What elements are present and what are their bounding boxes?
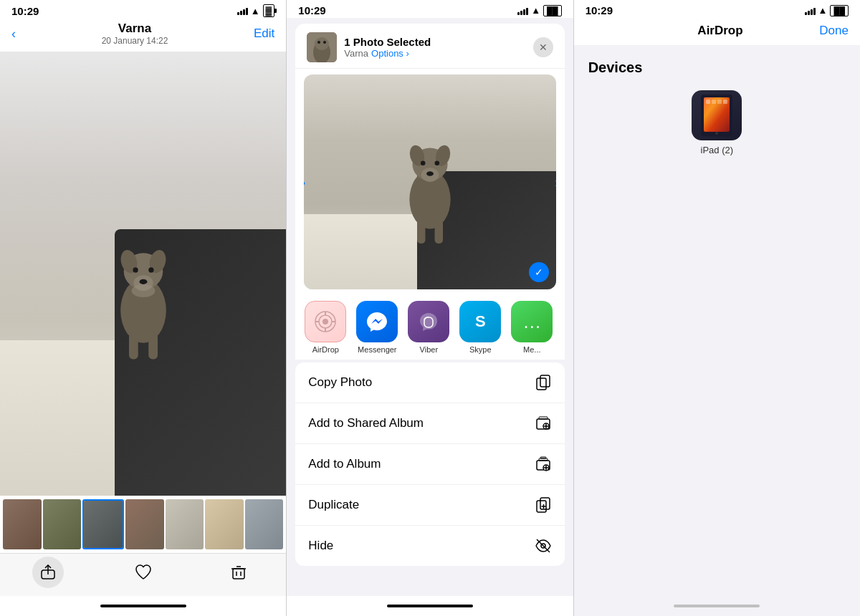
thumb-4[interactable] (125, 499, 164, 549)
svg-rect-13 (233, 569, 244, 579)
more-icon: … (511, 301, 553, 342)
svg-point-20 (315, 37, 329, 50)
airdrop-done-button[interactable]: Done (819, 24, 849, 38)
action-list: Copy Photo Add to Shared Album Add to Al… (295, 362, 564, 566)
signal-icon-2 (517, 6, 528, 15)
add-album-label: Add to Album (308, 457, 381, 471)
app-icons-row: AirDrop Messenger (295, 295, 564, 360)
thumb-3[interactable] (82, 499, 124, 549)
home-indicator-3 (574, 596, 860, 616)
skype-icon: S (459, 301, 501, 342)
svg-rect-9 (148, 333, 158, 359)
copy-photo-label: Copy Photo (308, 375, 372, 390)
share-sheet-card: 1 Photo Selected Varna Options › ✕ (295, 24, 564, 360)
trash-icon (230, 564, 247, 581)
app-airdrop[interactable]: AirDrop (304, 301, 347, 354)
share-icon (40, 564, 56, 580)
svg-point-10 (131, 284, 155, 297)
signal-icon-3 (805, 6, 816, 15)
status-time-1: 10:29 (11, 5, 39, 17)
thumb-7[interactable] (245, 499, 284, 549)
copy-photo-button[interactable]: Copy Photo (295, 362, 564, 403)
status-icons-1: ▲ ▓ (237, 4, 275, 17)
thumbnail-strip (0, 496, 286, 553)
svg-rect-31 (417, 220, 425, 244)
photo-nav-bar: ‹ Varna 20 January 14:22 Edit (0, 19, 286, 52)
duplicate-icon (535, 496, 552, 514)
airdrop-nav: AirDrop Done (574, 18, 860, 45)
battery-icon-2: ██ (543, 5, 562, 16)
airdrop-panel: 10:29 ▲ ██ AirDrop Done Devices (574, 0, 860, 616)
battery-icon-1: ▓ (263, 4, 275, 17)
share-header: 1 Photo Selected Varna Options › ✕ (295, 24, 564, 69)
app-viber[interactable]: Viber (407, 301, 450, 354)
duplicate-button[interactable]: Duplicate (295, 485, 564, 526)
app-more[interactable]: … Me... (510, 301, 553, 354)
ipad-device-icon (692, 90, 742, 140)
airdrop-title: AirDrop (697, 24, 742, 38)
signal-icon-1 (237, 6, 248, 15)
wifi-icon-2: ▲ (531, 5, 540, 16)
status-icons-3: ▲ ██ (805, 5, 849, 16)
svg-point-22 (323, 41, 326, 44)
svg-rect-41 (540, 375, 550, 387)
share-info: 1 Photo Selected Varna Options › (344, 36, 532, 59)
heart-icon (134, 563, 153, 582)
hide-label: Hide (308, 539, 333, 553)
status-time-2: 10:29 (298, 4, 325, 16)
share-button[interactable] (32, 557, 64, 588)
thumb-2[interactable] (43, 499, 82, 549)
photo-date: 20 January 14:22 (102, 36, 168, 46)
messenger-icon (356, 301, 398, 342)
more-label: Me... (523, 345, 540, 354)
thumb-6[interactable] (205, 499, 244, 549)
back-button[interactable]: ‹ (11, 27, 16, 42)
svg-point-35 (322, 319, 328, 324)
share-close-button[interactable]: ✕ (533, 37, 553, 57)
airdrop-label: AirDrop (312, 345, 339, 354)
svg-rect-65 (712, 100, 716, 104)
status-icons-2: ▲ ██ (517, 5, 561, 16)
svg-rect-66 (717, 100, 722, 104)
svg-rect-32 (435, 220, 443, 244)
svg-rect-64 (706, 100, 710, 104)
home-indicator-2 (287, 596, 573, 616)
photos-panel: 10:29 ▲ ▓ ‹ Varna 20 January 14:22 Edit (0, 0, 286, 616)
device-ipad[interactable]: iPad (2) (588, 90, 846, 155)
dog-silhouette (104, 219, 183, 362)
svg-rect-54 (540, 498, 550, 509)
svg-point-29 (435, 161, 440, 166)
wifi-icon-1: ▲ (251, 6, 260, 16)
add-shared-album-label: Add to Shared Album (308, 416, 424, 430)
devices-label: Devices (588, 59, 846, 76)
svg-rect-67 (723, 100, 727, 104)
app-skype[interactable]: S Skype (459, 301, 502, 354)
viber-icon (408, 301, 449, 342)
svg-rect-50 (540, 457, 546, 458)
thumb-1[interactable] (3, 499, 42, 549)
delete-button[interactable] (223, 557, 254, 588)
share-selected-count: 1 Photo Selected (344, 36, 532, 48)
airdrop-icon (305, 301, 346, 342)
share-thumb (307, 32, 337, 62)
svg-point-21 (317, 41, 320, 44)
status-bar-2: 10:29 ▲ ██ (287, 0, 573, 18)
main-photo[interactable] (0, 52, 286, 496)
add-album-icon (535, 456, 552, 473)
edit-button[interactable]: Edit (254, 27, 274, 41)
photo-bottom-toolbar (0, 553, 286, 596)
add-album-button[interactable]: Add to Album (295, 444, 564, 485)
share-thumb-img (307, 32, 337, 62)
status-time-3: 10:29 (586, 4, 613, 16)
hide-button[interactable]: Hide (295, 526, 564, 566)
add-shared-album-button[interactable]: Add to Shared Album (295, 403, 564, 444)
status-bar-1: 10:29 ▲ ▓ (0, 0, 286, 19)
svg-point-30 (426, 171, 434, 176)
share-options-button[interactable]: Options › (371, 48, 409, 59)
favorite-button[interactable] (128, 557, 159, 588)
svg-rect-42 (537, 378, 546, 390)
thumb-5[interactable] (166, 499, 204, 549)
app-messenger[interactable]: Messenger (355, 301, 398, 354)
ipad-device-label: iPad (2) (701, 145, 734, 155)
svg-point-7 (139, 279, 147, 284)
